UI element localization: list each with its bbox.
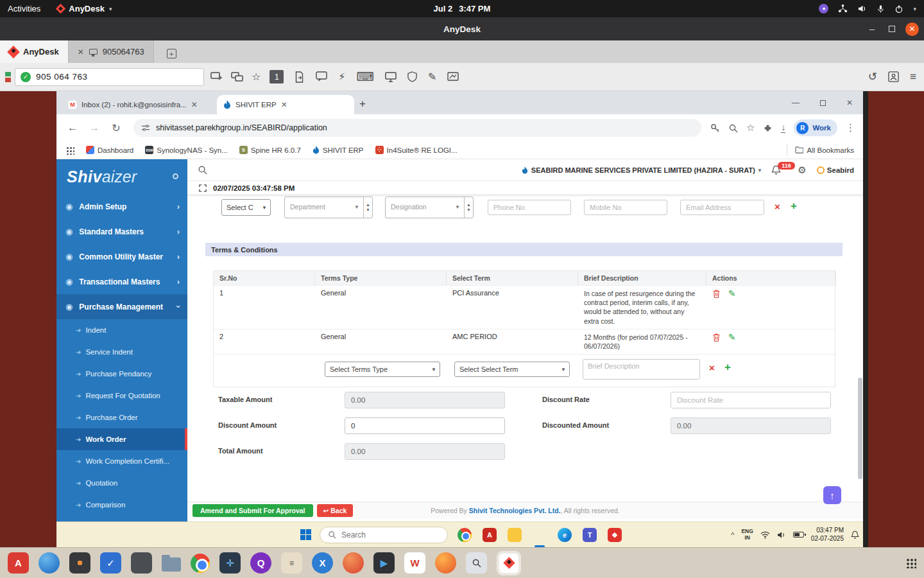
forward-icon[interactable]: → [86,122,103,134]
sidebar-item-purchase-management[interactable]: ◉Purchase Management› [56,294,187,319]
dock-app-a-icon[interactable]: A [8,552,29,574]
sidebar-item-transactional-masters[interactable]: ◉Transactional Masters› [56,269,187,294]
notifications-bell-icon[interactable] [851,530,859,539]
sidebar-item-comparison[interactable]: ➜Comparison [56,494,187,516]
amend-submit-button[interactable]: Amend and Submit For Approval [193,504,313,517]
power-icon[interactable] [894,4,903,13]
new-tab-button[interactable]: + [359,98,366,110]
monitor-1-badge[interactable]: 1 [270,70,284,83]
dock-firefox-icon[interactable] [435,552,456,574]
add-terms-row-icon[interactable]: + [724,362,731,372]
dock-media-app-icon[interactable]: ▶ [373,552,395,574]
actions-lightning-icon[interactable]: ⚡ [338,72,345,82]
all-bookmarks-button[interactable]: All Bookmarks [787,144,855,156]
dock-dark-app-icon[interactable] [131,552,152,574]
taskbar-app-edge-icon[interactable]: e [556,527,573,543]
page-scrollbar[interactable] [858,378,862,479]
bookmark-synology[interactable]: DSM SynologyNAS - Syn... [145,146,228,154]
maximize-button[interactable] [889,26,895,32]
brief-description-textarea[interactable] [583,359,700,380]
add-contact-row-icon[interactable]: + [791,200,797,211]
sidebar-item-common-utility-master[interactable]: ◉Common Utility Master› [56,244,187,269]
email-address-input[interactable] [680,200,764,215]
dock-orange-app-icon[interactable] [343,552,364,574]
dock-screenshot-icon[interactable]: ✛ [219,552,241,574]
dock-wps-icon[interactable]: W [404,552,425,574]
anydesk-view-scrollbar[interactable] [863,91,868,547]
bookmark-dashboard[interactable]: Dashboard [86,146,133,154]
dock-docs-icon[interactable]: ≡ [281,552,302,574]
mobile-no-input[interactable] [584,200,667,215]
delete-trash-icon[interactable] [712,333,721,342]
select-select-term-dropdown[interactable]: Select Select Term▼ [454,362,570,377]
dock-browser-icon[interactable] [38,552,60,574]
dock-x-app-icon[interactable]: X [312,552,333,574]
sidebar-item-quotation[interactable]: ➜Quotation [56,472,187,494]
close-tab-icon[interactable]: ✕ [281,100,287,109]
address-book-icon[interactable] [888,71,899,82]
user-menu[interactable]: Seabird [817,166,854,174]
tab-session-905064763[interactable]: ✕ 905064763 [68,40,154,63]
browser-tab-gmail[interactable]: M Inbox (2) - rohit.k@gnosisinfra... ✕ [62,95,217,114]
close-tab-icon[interactable]: ✕ [191,100,198,109]
reload-icon[interactable]: ↻ [108,122,124,134]
edit-pencil-icon[interactable]: ✎ [728,333,736,342]
dock-terminal-icon[interactable] [69,552,90,574]
powered-link[interactable]: Shivit Technologies Pvt. Ltd. [469,507,561,514]
company-selector[interactable]: SEABIRD MARINE SERVICES PRIVATE LIMITED … [522,166,762,174]
menu-hamburger-icon[interactable]: ≡ [910,71,916,83]
taskbar-search[interactable]: Search [320,527,448,543]
fullscreen-icon[interactable] [199,184,207,192]
sidebar-item-purchase-order[interactable]: ➜Purchase Order [56,407,187,428]
close-button[interactable]: ✕ [905,22,919,36]
volume-icon[interactable] [777,531,786,539]
new-session-icon[interactable]: + [167,49,176,58]
search-icon[interactable] [198,165,207,175]
sidebar-item-work-order[interactable]: ➜Work Order [56,428,187,450]
discount-rate-input[interactable] [671,392,831,408]
permissions-shield-icon[interactable] [407,71,417,82]
extensions-icon[interactable] [763,123,773,133]
chat-icon[interactable] [316,71,327,82]
discount-amount-input[interactable] [345,417,505,434]
remove-contact-row-icon[interactable]: × [774,202,780,211]
speaker-icon[interactable] [857,4,867,13]
downloads-icon[interactable]: ↓ [781,123,785,133]
bookmark-shivit-erp[interactable]: SHIVIT ERP [312,146,364,154]
taskbar-clock[interactable]: 03:47 PM 02-07-2025 [811,527,844,543]
browser-tab-shivit-erp[interactable]: SHIVIT ERP ✕ [217,95,354,114]
phone-no-input[interactable] [488,200,571,215]
erp-logo[interactable]: Shiv aizer [56,159,187,194]
microphone-icon[interactable] [877,4,885,13]
site-settings-icon[interactable] [141,123,150,132]
dock-chrome-icon[interactable] [191,554,210,573]
sidebar-item-work-completion-certificate[interactable]: ➜Work Completion Certifi... [56,450,187,472]
file-transfer-icon[interactable] [294,71,305,83]
edit-pencil-icon[interactable]: ✎ [728,289,736,298]
taskbar-app-explorer-icon[interactable] [506,527,523,543]
battery-icon[interactable] [793,532,804,538]
back-icon[interactable]: ← [64,122,81,134]
settings-gear-icon[interactable]: ⚙ [798,164,806,176]
back-button[interactable]: ↩ Back [317,504,354,517]
sidebar-item-purchase-pendancy[interactable]: ➜Purchase Pendancy [56,363,187,385]
dock-anydesk-active[interactable] [497,551,521,575]
sidebar-item-service-indent[interactable]: ➜Service Indent [56,341,187,363]
taskbar-app-teams-icon[interactable]: T [581,527,598,543]
wifi-icon[interactable] [760,531,770,539]
language-indicator[interactable]: ENGIN [741,529,753,541]
taskbar-app-acrobat-icon[interactable]: A [481,527,498,543]
sidebar-item-indent[interactable]: ➜Indent [56,319,187,341]
system-menu-chevron-icon[interactable]: ▾ [913,6,916,12]
spinner-control[interactable]: ▲▼ [363,197,372,218]
tray-expand-icon[interactable]: ^ [731,531,734,539]
browser-menu-icon[interactable]: ⋮ [846,122,855,134]
dock-files-icon[interactable] [162,557,181,572]
dock-search-tool-icon[interactable] [466,552,487,574]
delete-trash-icon[interactable] [712,289,721,299]
scroll-to-top-button[interactable]: ↑ [823,486,841,504]
sidebar-item-standard-masters[interactable]: ◉Standard Masters› [56,219,187,244]
taskbar-app-chrome-icon[interactable] [531,527,548,543]
taskbar-app-browser-icon[interactable] [456,527,473,543]
notifications-button[interactable]: 116 [771,165,781,175]
